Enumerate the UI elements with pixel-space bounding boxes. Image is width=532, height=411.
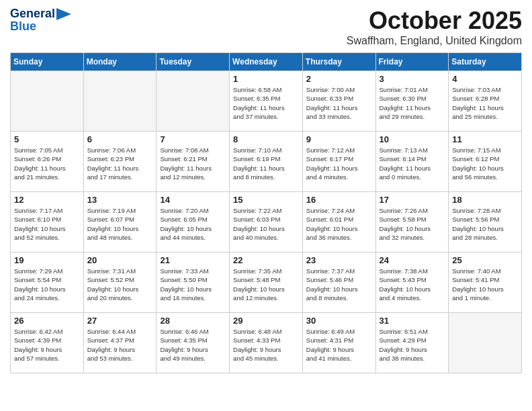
table-row: 4Sunrise: 7:03 AM Sunset: 6:28 PM Daylig… — [449, 71, 522, 132]
day-info: Sunrise: 7:26 AM Sunset: 5:58 PM Dayligh… — [380, 206, 445, 242]
day-number: 4 — [452, 74, 518, 84]
day-number: 5 — [14, 134, 80, 144]
day-info: Sunrise: 7:37 AM Sunset: 5:46 PM Dayligh… — [306, 267, 372, 302]
day-number: 6 — [87, 134, 153, 144]
day-info: Sunrise: 7:20 AM Sunset: 6:05 PM Dayligh… — [160, 206, 226, 242]
calendar-header-row: Sunday Monday Tuesday Wednesday Thursday… — [11, 53, 522, 71]
calendar-week-row: 26Sunrise: 6:42 AM Sunset: 4:39 PM Dayli… — [11, 313, 522, 373]
day-number: 29 — [233, 316, 299, 326]
day-number: 7 — [160, 134, 226, 144]
day-info: Sunrise: 7:01 AM Sunset: 6:30 PM Dayligh… — [380, 85, 445, 121]
day-number: 11 — [452, 134, 518, 144]
table-row: 31Sunrise: 6:51 AM Sunset: 4:29 PM Dayli… — [375, 313, 449, 373]
day-info: Sunrise: 7:35 AM Sunset: 5:48 PM Dayligh… — [233, 267, 299, 302]
table-row: 19Sunrise: 7:29 AM Sunset: 5:54 PM Dayli… — [11, 253, 84, 313]
table-row: 10Sunrise: 7:13 AM Sunset: 6:14 PM Dayli… — [375, 132, 449, 192]
day-number: 26 — [14, 316, 80, 326]
table-row — [157, 71, 230, 132]
col-monday: Monday — [83, 53, 157, 71]
day-number: 22 — [233, 255, 299, 265]
day-number: 2 — [306, 74, 372, 84]
day-number: 10 — [380, 134, 445, 144]
location: Swaffham, England, United Kingdom — [347, 35, 522, 47]
day-info: Sunrise: 7:28 AM Sunset: 5:56 PM Dayligh… — [452, 206, 518, 242]
day-info: Sunrise: 6:48 AM Sunset: 4:33 PM Dayligh… — [233, 327, 299, 363]
day-number: 20 — [87, 255, 153, 265]
calendar-table: Sunday Monday Tuesday Wednesday Thursday… — [10, 52, 522, 373]
table-row — [449, 313, 522, 373]
table-row: 22Sunrise: 7:35 AM Sunset: 5:48 PM Dayli… — [230, 253, 303, 313]
day-info: Sunrise: 7:06 AM Sunset: 6:23 PM Dayligh… — [87, 146, 153, 181]
table-row: 12Sunrise: 7:17 AM Sunset: 6:10 PM Dayli… — [11, 192, 84, 253]
logo: General Blue — [10, 7, 71, 34]
day-info: Sunrise: 7:33 AM Sunset: 5:50 PM Dayligh… — [160, 267, 226, 302]
table-row: 21Sunrise: 7:33 AM Sunset: 5:50 PM Dayli… — [157, 253, 230, 313]
day-number: 12 — [14, 195, 80, 205]
col-tuesday: Tuesday — [157, 53, 230, 71]
day-info: Sunrise: 7:24 AM Sunset: 6:01 PM Dayligh… — [306, 206, 372, 242]
table-row: 15Sunrise: 7:22 AM Sunset: 6:03 PM Dayli… — [230, 192, 303, 253]
table-row: 20Sunrise: 7:31 AM Sunset: 5:52 PM Dayli… — [83, 253, 157, 313]
day-info: Sunrise: 7:15 AM Sunset: 6:12 PM Dayligh… — [452, 146, 518, 181]
day-number: 14 — [160, 195, 226, 205]
calendar-week-row: 1Sunrise: 6:58 AM Sunset: 6:35 PM Daylig… — [11, 71, 522, 132]
day-number: 21 — [160, 255, 226, 265]
svg-marker-0 — [56, 8, 71, 20]
day-info: Sunrise: 7:00 AM Sunset: 6:33 PM Dayligh… — [306, 85, 372, 121]
day-info: Sunrise: 6:51 AM Sunset: 4:29 PM Dayligh… — [380, 327, 445, 363]
logo-text-blue: Blue — [10, 19, 36, 34]
day-number: 3 — [380, 74, 445, 84]
day-number: 23 — [306, 255, 372, 265]
calendar-week-row: 19Sunrise: 7:29 AM Sunset: 5:54 PM Dayli… — [11, 253, 522, 313]
table-row: 17Sunrise: 7:26 AM Sunset: 5:58 PM Dayli… — [375, 192, 449, 253]
day-number: 8 — [233, 134, 299, 144]
table-row: 2Sunrise: 7:00 AM Sunset: 6:33 PM Daylig… — [302, 71, 375, 132]
day-info: Sunrise: 7:03 AM Sunset: 6:28 PM Dayligh… — [452, 85, 518, 121]
table-row: 13Sunrise: 7:19 AM Sunset: 6:07 PM Dayli… — [83, 192, 157, 253]
calendar-week-row: 12Sunrise: 7:17 AM Sunset: 6:10 PM Dayli… — [11, 192, 522, 253]
table-row: 18Sunrise: 7:28 AM Sunset: 5:56 PM Dayli… — [449, 192, 522, 253]
table-row: 8Sunrise: 7:10 AM Sunset: 6:19 PM Daylig… — [230, 132, 303, 192]
day-info: Sunrise: 7:08 AM Sunset: 6:21 PM Dayligh… — [160, 146, 226, 181]
day-info: Sunrise: 7:29 AM Sunset: 5:54 PM Dayligh… — [14, 267, 80, 302]
table-row: 14Sunrise: 7:20 AM Sunset: 6:05 PM Dayli… — [157, 192, 230, 253]
table-row: 25Sunrise: 7:40 AM Sunset: 5:41 PM Dayli… — [449, 253, 522, 313]
table-row: 3Sunrise: 7:01 AM Sunset: 6:30 PM Daylig… — [375, 71, 449, 132]
day-info: Sunrise: 7:38 AM Sunset: 5:43 PM Dayligh… — [380, 267, 445, 302]
day-info: Sunrise: 6:58 AM Sunset: 6:35 PM Dayligh… — [233, 85, 299, 121]
logo-arrow-icon — [56, 8, 71, 20]
table-row: 30Sunrise: 6:49 AM Sunset: 4:31 PM Dayli… — [302, 313, 375, 373]
table-row: 23Sunrise: 7:37 AM Sunset: 5:46 PM Dayli… — [302, 253, 375, 313]
day-info: Sunrise: 7:40 AM Sunset: 5:41 PM Dayligh… — [452, 267, 518, 302]
col-friday: Friday — [375, 53, 449, 71]
table-row: 6Sunrise: 7:06 AM Sunset: 6:23 PM Daylig… — [83, 132, 157, 192]
day-number: 25 — [452, 255, 518, 265]
day-info: Sunrise: 7:19 AM Sunset: 6:07 PM Dayligh… — [87, 206, 153, 242]
col-wednesday: Wednesday — [230, 53, 303, 71]
day-info: Sunrise: 7:05 AM Sunset: 6:26 PM Dayligh… — [14, 146, 80, 181]
table-row: 26Sunrise: 6:42 AM Sunset: 4:39 PM Dayli… — [11, 313, 84, 373]
day-info: Sunrise: 7:17 AM Sunset: 6:10 PM Dayligh… — [14, 206, 80, 242]
day-number: 1 — [233, 74, 299, 84]
day-number: 17 — [380, 195, 445, 205]
table-row: 7Sunrise: 7:08 AM Sunset: 6:21 PM Daylig… — [157, 132, 230, 192]
table-row — [83, 71, 157, 132]
table-row: 11Sunrise: 7:15 AM Sunset: 6:12 PM Dayli… — [449, 132, 522, 192]
day-info: Sunrise: 7:13 AM Sunset: 6:14 PM Dayligh… — [380, 146, 445, 181]
table-row — [11, 71, 84, 132]
day-number: 30 — [306, 316, 372, 326]
table-row: 1Sunrise: 6:58 AM Sunset: 6:35 PM Daylig… — [230, 71, 303, 132]
day-info: Sunrise: 6:46 AM Sunset: 4:35 PM Dayligh… — [160, 327, 226, 363]
day-number: 19 — [14, 255, 80, 265]
day-number: 18 — [452, 195, 518, 205]
month-title: October 2025 — [347, 7, 522, 35]
table-row: 24Sunrise: 7:38 AM Sunset: 5:43 PM Dayli… — [375, 253, 449, 313]
col-sunday: Sunday — [11, 53, 84, 71]
day-number: 31 — [380, 316, 445, 326]
day-number: 16 — [306, 195, 372, 205]
day-info: Sunrise: 6:42 AM Sunset: 4:39 PM Dayligh… — [14, 327, 80, 363]
day-info: Sunrise: 7:10 AM Sunset: 6:19 PM Dayligh… — [233, 146, 299, 181]
table-row: 29Sunrise: 6:48 AM Sunset: 4:33 PM Dayli… — [230, 313, 303, 373]
table-row: 5Sunrise: 7:05 AM Sunset: 6:26 PM Daylig… — [11, 132, 84, 192]
day-info: Sunrise: 6:44 AM Sunset: 4:37 PM Dayligh… — [87, 327, 153, 363]
